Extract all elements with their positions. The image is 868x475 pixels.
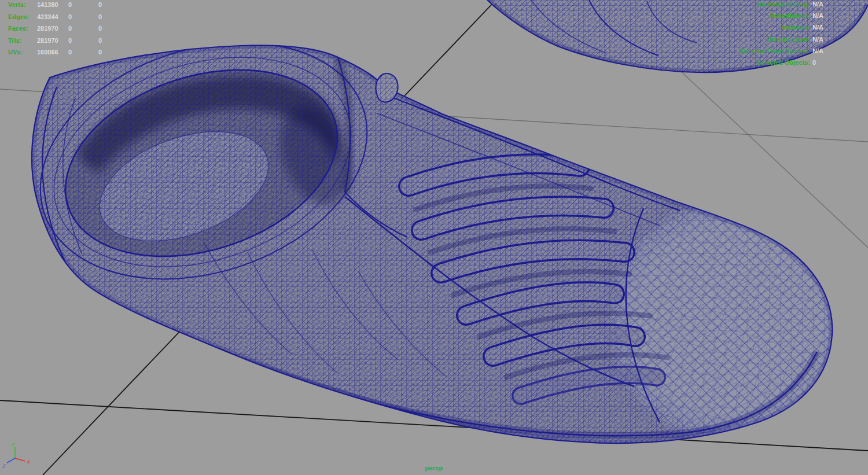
details-row-distance-from-camera: Distance From Camera: N/A [637,47,866,59]
lace-tip [376,73,398,102]
details-row-backface-culling: Backface Culling: N/A [637,1,866,12]
details-label: Selected Objects: [757,59,810,66]
details-row-display-layer: Display Layer: N/A [637,36,866,47]
polycount-col2: 0 [68,13,72,20]
polycount-hud: Verts: 141380 0 0 Edges: 423344 0 0 Face… [8,1,159,61]
x-axis-line [15,458,25,461]
viewport-canvas[interactable]: x y z [0,0,868,475]
details-row-smoothness: Smoothness: N/A [637,12,866,24]
polycount-col2: 0 [68,49,72,56]
polycount-total: 281970 [37,25,58,32]
polycount-row-verts: Verts: 141380 0 0 [8,1,159,13]
polycount-row-faces: Faces: 281970 0 0 [8,25,159,37]
polycount-total: 281970 [37,37,58,44]
details-value: N/A [812,1,823,8]
polycount-label: Edges: [8,13,30,20]
details-label: Distance From Camera: [739,47,811,54]
polycount-col2: 0 [68,25,72,32]
polycount-col3: 0 [98,1,102,8]
polycount-col2: 0 [68,37,72,44]
details-row-instance: Instance: N/A [637,24,866,35]
x-axis-label: x [27,459,31,465]
details-row-selected-objects: Selected Objects: 0 [637,59,866,71]
polycount-row-edges: Edges: 423344 0 0 [8,13,159,25]
details-label: Display Layer: [767,36,810,43]
polycount-total: 423344 [37,13,58,20]
polycount-total: 160066 [37,49,58,56]
polycount-label: UVs: [8,49,23,56]
details-label: Instance: [782,24,810,31]
details-label: Smoothness: [770,12,810,19]
y-axis-label: y [12,441,16,447]
z-axis-line [7,458,15,463]
polycount-total: 141380 [37,1,58,8]
object-details-hud: Backface Culling: N/A Smoothness: N/A In… [637,1,866,71]
details-value: N/A [812,12,823,19]
polycount-col3: 0 [98,49,102,56]
polycount-label: Verts: [8,1,26,8]
polycount-label: Faces: [8,25,28,32]
shoe-mesh[interactable] [10,3,868,474]
details-label: Backface Culling: [757,1,810,8]
details-value: 0 [812,59,816,66]
details-value: N/A [812,36,823,43]
polycount-col3: 0 [98,37,102,44]
polycount-col3: 0 [98,13,102,20]
camera-label: persp [0,465,868,472]
details-value: N/A [812,24,823,31]
polycount-row-uvs: UVs: 160066 0 0 [8,49,159,61]
polycount-row-tris: Tris: 281970 0 0 [8,37,159,49]
polycount-col2: 0 [68,1,72,8]
polycount-label: Tris: [8,37,21,44]
maya-viewport[interactable]: x y z Verts: 141380 0 0 Edges: 423344 0 … [0,0,868,475]
details-value: N/A [812,47,823,54]
polycount-col3: 0 [98,25,102,32]
